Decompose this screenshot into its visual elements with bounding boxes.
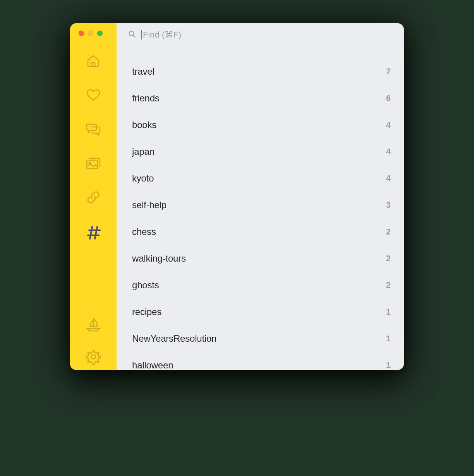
tag-label: travel [132, 66, 155, 77]
photos-icon [85, 156, 102, 171]
tag-count: 7 [386, 67, 391, 77]
sailboat-icon [85, 317, 101, 333]
tag-count: 4 [386, 147, 391, 157]
home-icon [86, 53, 101, 69]
tag-count: 4 [386, 173, 391, 183]
tag-label: ghosts [132, 280, 159, 291]
tag-count: 6 [386, 93, 391, 103]
tag-row[interactable]: recipes 1 [117, 298, 404, 325]
chat-bubbles-icon [85, 122, 102, 137]
sidebar [70, 23, 117, 370]
tag-label: friends [132, 93, 160, 104]
tag-row[interactable]: halloween 1 [117, 352, 404, 370]
sidebar-item-quotes[interactable] [70, 122, 117, 137]
tag-row[interactable]: self-help 3 [117, 192, 404, 218]
tag-label: chess [132, 226, 156, 237]
heart-icon [86, 87, 101, 103]
window-fullscreen-button[interactable] [97, 31, 103, 36]
svg-point-8 [129, 31, 134, 36]
main-panel: Find (⌘F) travel 7 friends 6 books 4 jap… [117, 23, 404, 370]
tag-row[interactable]: japan 4 [117, 138, 404, 165]
svg-rect-0 [92, 63, 95, 67]
text-cursor [141, 30, 142, 39]
tag-label: japan [132, 146, 155, 157]
tag-label: books [132, 120, 156, 130]
tag-label: halloween [132, 360, 173, 370]
tag-count: 4 [386, 120, 391, 130]
sidebar-item-sync[interactable] [70, 317, 117, 333]
svg-point-7 [91, 355, 96, 359]
sidebar-item-settings[interactable] [70, 349, 117, 365]
tag-row[interactable]: books 4 [117, 111, 404, 138]
window-controls [70, 28, 117, 39]
svg-rect-1 [87, 160, 98, 169]
sidebar-item-links[interactable] [70, 190, 117, 205]
tag-count: 1 [386, 307, 391, 317]
tag-row[interactable]: ghosts 2 [117, 272, 404, 298]
search-input[interactable]: Find (⌘F) [141, 30, 404, 40]
search-bar: Find (⌘F) [117, 23, 404, 46]
search-placeholder: Find (⌘F) [143, 30, 181, 40]
svg-point-2 [89, 162, 91, 164]
tag-count: 2 [386, 280, 391, 290]
tag-label: kyoto [132, 173, 154, 184]
svg-line-5 [90, 227, 92, 239]
app-window: Find (⌘F) travel 7 friends 6 books 4 jap… [70, 23, 404, 370]
tag-row[interactable]: kyoto 4 [117, 165, 404, 192]
tag-count: 2 [386, 253, 391, 264]
svg-line-6 [95, 227, 97, 239]
link-icon [86, 190, 101, 205]
tag-row[interactable]: friends 6 [117, 85, 404, 111]
sidebar-item-tags[interactable] [70, 224, 117, 241]
tag-row[interactable]: NewYearsResolution 1 [117, 325, 404, 352]
search-icon [128, 30, 136, 39]
tag-label: self-help [132, 200, 167, 211]
tag-count: 1 [386, 334, 391, 344]
sidebar-item-favorites[interactable] [70, 87, 117, 103]
sidebar-nav [70, 53, 117, 241]
tag-row[interactable]: walking-tours 2 [117, 245, 404, 272]
sidebar-item-home[interactable] [70, 53, 117, 69]
tag-row[interactable]: chess 2 [117, 218, 404, 245]
tag-count: 3 [386, 200, 391, 210]
tag-count: 1 [386, 360, 391, 370]
window-close-button[interactable] [79, 31, 84, 36]
tag-row[interactable]: travel 7 [117, 58, 404, 85]
gear-icon [86, 349, 101, 365]
tag-label: NewYearsResolution [132, 333, 216, 344]
tag-count: 2 [386, 227, 391, 237]
sidebar-bottom [70, 317, 117, 365]
tag-list: travel 7 friends 6 books 4 japan 4 kyoto [117, 46, 404, 370]
hashtag-icon [84, 224, 102, 241]
window-minimize-button[interactable] [88, 31, 93, 36]
tag-label: recipes [132, 306, 161, 317]
sidebar-item-photos[interactable] [70, 156, 117, 171]
svg-line-9 [134, 36, 136, 38]
tag-label: walking-tours [132, 253, 186, 264]
